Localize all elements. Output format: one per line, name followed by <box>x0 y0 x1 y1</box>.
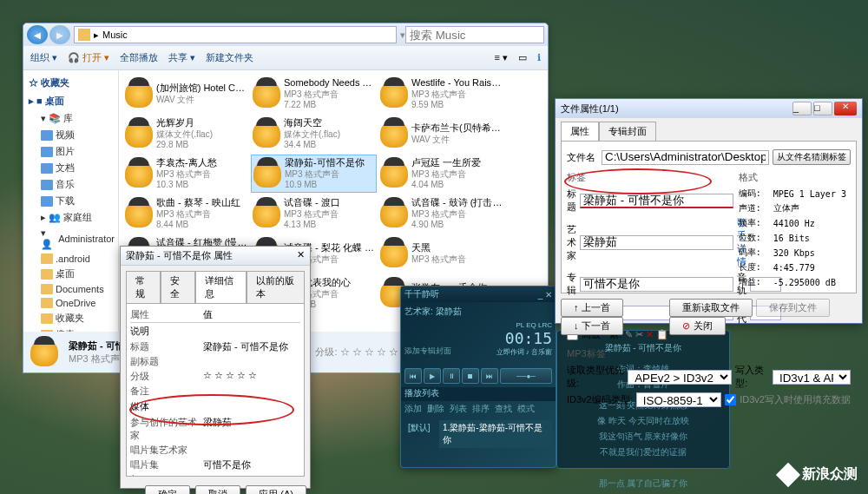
music-icon <box>253 160 281 188</box>
reread-button[interactable]: 重新读取文件 <box>669 299 753 317</box>
id3enc-select[interactable]: ISO-8859-1 <box>636 392 721 407</box>
ok-button[interactable]: 确定 <box>145 485 190 494</box>
playlist-track[interactable]: 1.梁静茹-梁静茹-可惜不是你 <box>439 420 552 448</box>
file-item[interactable]: 试音碟 - 鼓诗 (打击乐)MP3 格式声音4.90 MB <box>378 194 504 233</box>
lyric-action[interactable]: 立即作词 <box>496 348 524 356</box>
file-item[interactable]: 卡萨布兰卡(贝特希金斯).wavWAV 文件 <box>378 115 504 153</box>
close-icon[interactable]: ✕ <box>297 249 305 262</box>
player-titlebar[interactable]: 千千静听 _ ✕ <box>401 287 556 302</box>
apply-button[interactable]: 应用 (A) <box>246 485 306 494</box>
sidebar-item[interactable]: Documents <box>23 282 118 296</box>
pause-button[interactable]: ⏸ <box>443 368 460 384</box>
props-tab[interactable]: 常规 <box>126 271 161 303</box>
save-button[interactable]: 保存到文件 <box>756 299 830 317</box>
play-button[interactable]: ▶ <box>424 368 441 384</box>
cancel-button[interactable]: 取消 <box>195 485 240 494</box>
rating-stars[interactable]: ☆ ☆ ☆ ☆ ☆ <box>340 346 398 357</box>
file-item[interactable]: Westlife - You Raise Me UpMP3 格式声音9.59 M… <box>378 75 504 113</box>
pl-tab[interactable]: 排序 <box>472 403 490 415</box>
music-icon <box>380 200 408 227</box>
add-cover-link[interactable]: 添加专辑封面 <box>404 346 451 357</box>
help-button[interactable]: ℹ <box>537 52 541 63</box>
user-folder[interactable]: ▾ 👤 Administrator <box>23 226 118 252</box>
volume-slider[interactable]: ──●─ <box>500 368 552 384</box>
minimize-icon[interactable]: _ <box>792 102 812 115</box>
prev-button[interactable]: ⏮ <box>404 368 422 384</box>
next-button[interactable]: ⏭ <box>481 368 498 384</box>
music-icon <box>380 120 408 148</box>
file-item[interactable]: 天黑MP3 格式声音 <box>378 234 504 273</box>
props-tab[interactable]: 安全 <box>161 271 195 303</box>
sidebar-item[interactable]: .android <box>23 252 118 266</box>
pl-tab[interactable]: 列表 <box>450 403 467 415</box>
prev-file-button[interactable]: ↑ 上一首 <box>561 299 623 317</box>
address-bar[interactable]: ▸ Music <box>74 26 397 43</box>
padding-checkbox[interactable] <box>725 394 736 405</box>
search-input[interactable] <box>405 26 544 43</box>
file-item[interactable]: 卢冠廷 一生所爱MP3 格式声音4.04 MB <box>378 155 504 193</box>
maximize-icon[interactable]: □ <box>813 102 832 115</box>
sidebar-item[interactable]: OneDrive <box>23 296 118 310</box>
sidebar-item[interactable]: 收藏夹 <box>23 310 118 326</box>
read-priority-select[interactable]: APEv2 > ID3v2 > ID3v1 <box>628 370 732 385</box>
sidebar-item[interactable]: 视频 <box>23 127 118 143</box>
props-tab[interactable]: 详细信息 <box>195 271 246 303</box>
new-folder[interactable]: 新建文件夹 <box>206 51 253 64</box>
fp-titlebar: 文件属性(1/1) _ □ ✕ <box>556 99 862 118</box>
back-button[interactable]: ◄ <box>27 25 48 44</box>
view-menu[interactable]: ≡ ▾ <box>495 52 508 63</box>
file-item[interactable]: 试音碟 - 渡口MP3 格式声音4.13 MB <box>251 194 377 233</box>
pl-tab[interactable]: 查找 <box>495 403 512 415</box>
tab-properties[interactable]: 属性 <box>561 122 599 141</box>
file-item[interactable]: Somebody Needs YouMP3 格式声音7.22 MB <box>251 75 377 113</box>
sidebar-item[interactable]: 桌面 <box>23 266 118 282</box>
play-all[interactable]: 全部播放 <box>120 51 158 64</box>
filename-input[interactable] <box>602 150 769 165</box>
format-label: 码率: <box>739 247 770 259</box>
close-icon[interactable]: ✕ <box>834 102 857 115</box>
music-icon <box>380 160 408 188</box>
write-type-select[interactable]: ID3v1 & APEv2 <box>773 370 851 385</box>
pl-tab[interactable]: 添加 <box>404 403 422 415</box>
tab-album-art[interactable]: 专辑封面 <box>599 122 656 141</box>
pl-tab[interactable]: 删除 <box>427 403 444 415</box>
close-icon[interactable]: ✕ <box>545 290 552 300</box>
minimize-icon[interactable]: _ <box>538 290 543 300</box>
format-label: 长度: <box>739 261 770 273</box>
file-item[interactable]: 海阔天空媒体文件(.flac)34.4 MB <box>251 115 377 153</box>
preview-pane-toggle[interactable]: ▭ <box>518 52 527 63</box>
organize-menu[interactable]: 组织 ▾ <box>30 51 57 64</box>
file-item[interactable]: 梁静茹-可惜不是你MP3 格式声音10.9 MB <box>251 155 377 193</box>
favorites-group[interactable]: ☆ 收藏夹 <box>23 74 118 92</box>
file-item[interactable]: 李袁杰-离人愁MP3 格式声音10.3 MB <box>123 155 249 193</box>
tag-input[interactable] <box>580 277 733 292</box>
desktop-group[interactable]: ▸ ■ 桌面 <box>23 92 118 110</box>
playlist-default[interactable]: [默认] <box>404 420 439 448</box>
homegroup[interactable]: ▸ 👥 家庭组 <box>23 209 118 226</box>
breadcrumb[interactable]: Music <box>102 30 128 40</box>
sidebar-item[interactable]: 下载 <box>23 193 118 209</box>
share-menu[interactable]: 共享 ▾ <box>168 51 195 64</box>
next-file-button[interactable]: ↓ 下一首 <box>561 317 623 335</box>
guess-tags-button[interactable]: 从文件名猜测标签 <box>773 149 851 165</box>
pl-tab[interactable]: 模式 <box>517 403 535 415</box>
file-item[interactable]: (加州旅馆) Hotel California-The Eagles.wavWA… <box>123 75 249 113</box>
sidebar-item[interactable]: 文档 <box>23 160 118 176</box>
open-menu[interactable]: 🎧 打开 ▾ <box>68 51 109 64</box>
toolbar: 组织 ▾ 🎧 打开 ▾ 全部播放 共享 ▾ 新建文件夹 ≡ ▾ ▭ ℹ <box>23 46 548 70</box>
tag-input[interactable] <box>580 194 733 208</box>
stop-button[interactable]: ⏹ <box>462 368 479 384</box>
props-tab[interactable]: 以前的版本 <box>247 271 305 303</box>
file-item[interactable]: 光辉岁月媒体文件(.flac)29.8 MB <box>123 115 249 153</box>
col-value: 值 <box>203 308 300 321</box>
music-library[interactable]: 音乐窗 <box>531 348 552 356</box>
sidebar-item[interactable]: 图片 <box>23 143 118 160</box>
sidebar-item[interactable]: 音乐 <box>23 176 118 193</box>
music-icon <box>380 240 408 267</box>
file-item[interactable]: 歌曲 - 蔡琴 - 映山红MP3 格式声音8.44 MB <box>123 194 249 233</box>
player-badges[interactable]: PL EQ LRC <box>496 321 552 329</box>
tag-input[interactable] <box>580 235 733 250</box>
forward-button[interactable]: ► <box>49 25 70 44</box>
close-button[interactable]: ⊘ 关闭 <box>669 317 725 335</box>
libraries[interactable]: ▾ 📚 库 <box>23 110 118 127</box>
